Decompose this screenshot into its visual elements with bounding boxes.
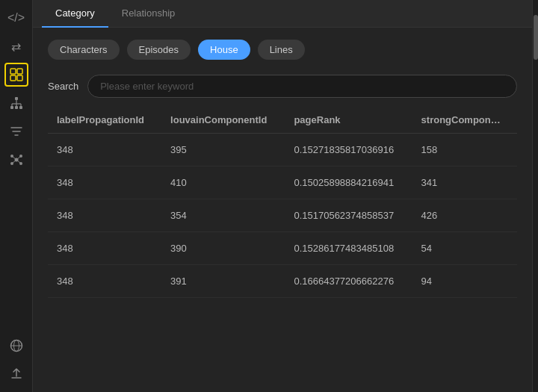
svg-rect-7 [19, 106, 22, 109]
cell-pageRank-4: 0.16664377206662276 [285, 265, 412, 298]
cell-labelPropagationId-3: 348 [48, 232, 161, 265]
table-row[interactable]: 3483900.1528617748348510854 [48, 232, 517, 265]
svg-rect-1 [17, 69, 22, 74]
svg-rect-4 [15, 97, 18, 100]
svg-rect-6 [15, 106, 18, 109]
chip-row: Characters Episodes House Lines [33, 28, 532, 72]
cell-pageRank-0: 0.15271835817036916 [285, 134, 412, 167]
col-strong-component[interactable]: strongCompon… [412, 107, 517, 134]
chip-house[interactable]: House [198, 40, 250, 60]
search-row: Search [33, 72, 532, 107]
filter-icon[interactable] [4, 119, 28, 143]
network-icon[interactable] [4, 148, 28, 172]
chip-characters[interactable]: Characters [48, 40, 120, 60]
cell-labelPropagationId-4: 348 [48, 265, 161, 298]
export-icon[interactable] [4, 362, 28, 386]
cell-louvainComponentId-0: 395 [161, 134, 285, 167]
cell-strongCompon-3: 54 [412, 232, 517, 265]
table-row[interactable]: 3483950.15271835817036916158 [48, 134, 517, 167]
cell-labelPropagationId-2: 348 [48, 199, 161, 232]
table-row[interactable]: 3483540.15170562374858537426 [48, 199, 517, 232]
scrollbar-track[interactable] [532, 0, 538, 392]
cell-strongCompon-4: 94 [412, 265, 517, 298]
cell-strongCompon-1: 341 [412, 167, 517, 199]
hierarchy-icon[interactable] [4, 91, 28, 115]
svg-line-20 [12, 160, 16, 164]
cell-louvainComponentId-1: 410 [161, 167, 285, 199]
cell-strongCompon-2: 426 [412, 199, 517, 232]
tab-bar: Category Relationship [33, 0, 532, 28]
data-table: labelPropagationId louvainComponentId pa… [48, 107, 517, 298]
cell-louvainComponentId-4: 391 [161, 265, 285, 298]
search-label: Search [48, 81, 78, 92]
cell-louvainComponentId-3: 390 [161, 232, 285, 265]
main-content: Category Relationship Characters Episode… [33, 0, 532, 392]
svg-rect-2 [10, 75, 16, 81]
table-container[interactable]: labelPropagationId louvainComponentId pa… [33, 107, 532, 392]
table-icon[interactable] [4, 63, 28, 87]
cell-pageRank-1: 0.15025898884216941 [285, 167, 412, 199]
scrollbar-thumb[interactable] [534, 15, 538, 60]
cell-strongCompon-0: 158 [412, 134, 517, 167]
arrows-icon[interactable]: ⇄ [4, 34, 28, 58]
svg-line-18 [12, 156, 16, 160]
cell-labelPropagationId-1: 348 [48, 167, 161, 199]
col-pagerank[interactable]: pageRank [285, 107, 412, 134]
search-input[interactable] [87, 75, 517, 98]
globe-icon[interactable] [4, 334, 28, 358]
cell-louvainComponentId-2: 354 [161, 199, 285, 232]
svg-rect-3 [17, 75, 22, 81]
col-label-propagation[interactable]: labelPropagationId [48, 107, 161, 134]
svg-line-21 [16, 160, 21, 164]
svg-rect-0 [10, 69, 16, 74]
cell-labelPropagationId-0: 348 [48, 134, 161, 167]
cell-pageRank-2: 0.15170562374858537 [285, 199, 412, 232]
col-louvain[interactable]: louvainComponentId [161, 107, 285, 134]
svg-line-19 [16, 156, 21, 160]
table-row[interactable]: 3483910.1666437720666227694 [48, 265, 517, 298]
sidebar: </> ⇄ [0, 0, 33, 392]
cell-pageRank-3: 0.15286177483485108 [285, 232, 412, 265]
table-header-row: labelPropagationId louvainComponentId pa… [48, 107, 517, 134]
code-icon[interactable]: </> [4, 6, 28, 30]
chip-lines[interactable]: Lines [258, 40, 305, 60]
chip-episodes[interactable]: Episodes [127, 40, 191, 60]
table-row[interactable]: 3484100.15025898884216941341 [48, 167, 517, 199]
tab-category[interactable]: Category [42, 0, 108, 28]
svg-rect-5 [10, 106, 13, 109]
tab-relationship[interactable]: Relationship [108, 0, 189, 28]
